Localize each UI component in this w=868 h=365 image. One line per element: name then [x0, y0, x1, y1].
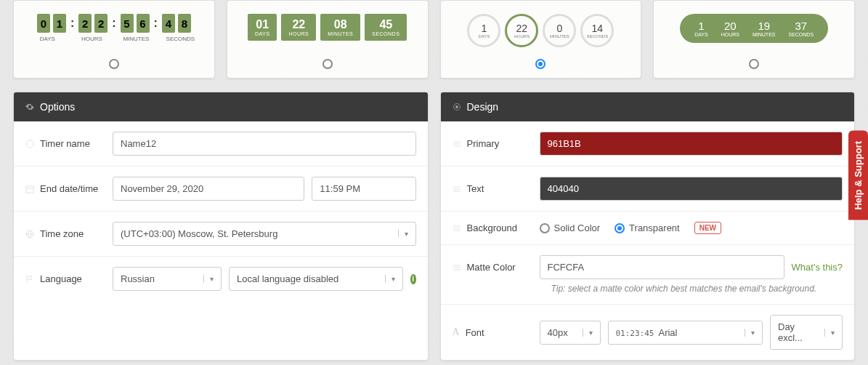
countdown-units: 01DAYS 22HOURS 08MINUTES 45SECONDS — [246, 14, 409, 41]
options-title: Options — [40, 101, 75, 113]
gear-icon — [25, 103, 34, 111]
template-card-2: 01DAYS 22HOURS 08MINUTES 45SECONDS — [227, 0, 429, 79]
flag-icon — [25, 275, 34, 284]
day-exclusion-select[interactable]: Day excl...▾ — [770, 315, 843, 350]
font-size-select[interactable]: 40px▾ — [540, 321, 601, 345]
timer-name-input[interactable] — [113, 132, 416, 156]
bg-solid-radio[interactable] — [540, 223, 550, 233]
background-label: Background — [467, 222, 517, 233]
text-label: Text — [467, 183, 484, 194]
bg-solid-option[interactable]: Solid Color — [540, 222, 601, 233]
template-card-1: 0 1 : 2 2 : 5 6 : 4 8 DAYS HOURS MINUTES… — [13, 0, 215, 79]
unit-hours: 22HOURS — [281, 14, 316, 41]
circle-icon — [25, 140, 34, 148]
digit: 2 — [94, 14, 108, 33]
lines-icon — [453, 140, 461, 148]
countdown-pill: 1DAYS 20HOURS 19MINUTES 37SECONDS — [680, 14, 828, 43]
field-font: AFont 40px▾ 01:23:45Arial▾ Day excl...▾ — [441, 305, 855, 360]
unit-seconds: 45SECONDS — [365, 14, 407, 41]
label-minutes: MINUTES — [115, 36, 157, 42]
template-radio-3[interactable] — [535, 59, 545, 69]
globe-icon — [25, 230, 34, 238]
end-time-input[interactable] — [312, 177, 415, 201]
label-hours: HOURS — [71, 36, 113, 42]
template-radio-1[interactable] — [109, 59, 119, 69]
circle-hours: 22HOURS — [505, 14, 538, 47]
field-primary-color: Primary — [441, 121, 855, 167]
font-icon: A — [453, 326, 460, 338]
design-title: Design — [467, 101, 499, 113]
language-label: Language — [40, 273, 82, 284]
svg-rect-1 — [26, 186, 33, 193]
circle-minutes: 0MINUTES — [543, 14, 576, 47]
circle-days: 1DAYS — [467, 14, 500, 47]
timezone-select[interactable]: (UTC+03:00) Moscow, St. Petersburg▾ — [113, 222, 416, 246]
unit-minutes: 08MINUTES — [320, 14, 360, 41]
pill-days: 1DAYS — [694, 20, 708, 37]
digit: 0 — [37, 14, 50, 33]
field-timezone: Time zone (UTC+03:00) Moscow, St. Peters… — [14, 212, 428, 257]
pill-minutes: 19MINUTES — [753, 20, 776, 37]
new-badge: NEW — [694, 222, 721, 234]
options-panel: Options Timer name End date/time Time zo… — [13, 92, 429, 361]
digit: 5 — [121, 14, 134, 33]
template-radio-4[interactable] — [749, 59, 759, 69]
timezone-label: Time zone — [40, 228, 84, 239]
matte-color-input[interactable] — [540, 255, 784, 279]
bg-transparent-radio[interactable] — [615, 223, 625, 233]
pill-hours: 20HOURS — [721, 20, 739, 37]
font-label: Font — [466, 327, 484, 338]
label-days: DAYS — [27, 36, 68, 42]
bg-transparent-option[interactable]: Transparent — [615, 222, 680, 233]
lines-icon — [453, 185, 461, 193]
text-color-input[interactable] — [540, 177, 843, 201]
options-header: Options — [14, 92, 428, 121]
font-family-select[interactable]: 01:23:45Arial▾ — [608, 321, 763, 345]
info-icon[interactable]: i — [410, 274, 416, 284]
field-language: Language Russian▾ Local language disable… — [14, 257, 428, 301]
template-card-4: 1DAYS 20HOURS 19MINUTES 37SECONDS — [653, 0, 855, 79]
lines-icon — [453, 224, 461, 233]
field-end-date: End date/time — [14, 167, 428, 212]
matte-tip: Tip: select a matte color which best mat… — [441, 284, 855, 304]
template-radio-2[interactable] — [323, 59, 333, 69]
help-support-tab[interactable]: Help & Support — [848, 131, 868, 220]
countdown-circles: 1DAYS 22HOURS 0MINUTES 14SECONDS — [467, 14, 614, 47]
matte-label: Matte Color — [467, 262, 516, 273]
digit: 1 — [53, 14, 66, 33]
svg-point-7 — [455, 106, 458, 108]
field-matte-color: Matte Color What's this? — [441, 245, 855, 284]
end-date-label: End date/time — [40, 183, 98, 194]
countdown-digits: 0 1 : 2 2 : 5 6 : 4 8 — [37, 14, 191, 33]
language-select[interactable]: Russian▾ — [113, 267, 222, 291]
chevron-down-icon: ▾ — [824, 329, 835, 337]
design-panel: Design Primary Text Background Solid Col… — [440, 92, 856, 361]
field-background: Background Solid Color Transparent NEW — [441, 212, 855, 245]
countdown-labels: DAYS HOURS MINUTES SECONDS — [27, 36, 201, 42]
label-seconds: SECONDS — [160, 36, 201, 42]
end-date-input[interactable] — [113, 177, 304, 201]
primary-color-input[interactable] — [540, 132, 843, 156]
whats-this-link[interactable]: What's this? — [792, 262, 843, 273]
chevron-down-icon: ▾ — [745, 329, 755, 337]
circle-seconds: 14SECONDS — [580, 14, 614, 47]
lines-icon — [453, 263, 461, 272]
pill-seconds: 37SECONDS — [788, 20, 814, 37]
timer-name-label: Timer name — [40, 138, 90, 149]
field-timer-name: Timer name — [14, 121, 428, 167]
colon: : — [153, 17, 159, 30]
design-header: Design — [441, 92, 855, 121]
calendar-icon — [25, 185, 34, 193]
chevron-down-icon: ▾ — [398, 230, 408, 238]
colon: : — [110, 17, 117, 30]
field-text-color: Text — [441, 167, 855, 212]
colon: : — [69, 17, 76, 30]
unit-days: 01DAYS — [248, 14, 277, 41]
digit: 2 — [78, 14, 92, 33]
chevron-down-icon: ▾ — [385, 275, 395, 283]
target-icon — [453, 103, 461, 111]
font-preview: 01:23:45 — [616, 329, 654, 338]
chevron-down-icon: ▾ — [583, 329, 593, 337]
local-language-select[interactable]: Local language disabled▾ — [229, 267, 403, 291]
primary-label: Primary — [467, 138, 500, 149]
